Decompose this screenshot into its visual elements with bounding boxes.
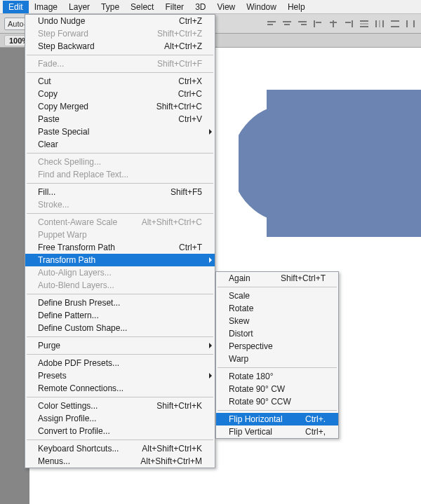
menu-item-label: Transform Path	[38, 255, 95, 265]
menubar-item-view[interactable]: View	[211, 1, 241, 13]
menu-item-label: Remote Connections...	[38, 383, 123, 393]
menu-item-shortcut: Ctrl+,	[305, 427, 326, 437]
edit-menu-item-define-pattern[interactable]: Define Pattern...	[25, 309, 215, 322]
menubar-item-select[interactable]: Select	[125, 1, 159, 13]
menubar-item-help[interactable]: Help	[282, 1, 311, 13]
edit-menu-item-paste-special[interactable]: Paste Special	[25, 125, 215, 138]
menubar-item-image[interactable]: Image	[29, 1, 63, 13]
align-icon[interactable]	[312, 18, 324, 29]
align-icon[interactable]	[296, 18, 309, 29]
menu-item-shortcut: Shift+Ctrl+F	[157, 59, 202, 69]
menu-item-label: Presets	[38, 371, 67, 381]
edit-menu-item-clear[interactable]: Clear	[25, 138, 215, 151]
chevron-right-icon	[209, 343, 212, 348]
transform-menu-item-rotate-90-ccw[interactable]: Rotate 90° CCW	[216, 395, 338, 408]
edit-menu-item-transform-path[interactable]: Transform Path	[25, 254, 215, 266]
edit-menu-item-auto-align-layers: Auto-Align Layers...	[25, 266, 215, 279]
svg-rect-17	[379, 20, 380, 27]
menu-item-shortcut: Alt+Ctrl+Z	[164, 41, 202, 51]
transform-menu-item-rotate[interactable]: Rotate	[216, 302, 338, 315]
menu-item-shortcut: Alt+Shift+Ctrl+M	[140, 456, 202, 466]
edit-menu-item-color-settings[interactable]: Color Settings...Shift+Ctrl+K	[25, 400, 215, 412]
edit-menu-item-menus[interactable]: Menus...Alt+Shift+Ctrl+M	[25, 455, 215, 468]
edit-menu-item-free-transform-path[interactable]: Free Transform PathCtrl+T	[25, 241, 215, 254]
svg-rect-11	[345, 22, 351, 23]
edit-menu-item-auto-blend-layers: Auto-Blend Layers...	[25, 279, 215, 292]
menu-item-label: Purge	[38, 341, 60, 350]
menu-item-shortcut: Ctrl+T	[179, 243, 202, 252]
svg-rect-14	[360, 23, 368, 25]
menu-item-shortcut: Alt+Shift+Ctrl+C	[142, 217, 202, 227]
svg-rect-8	[333, 20, 334, 27]
transform-menu-item-perspective[interactable]: Perspective	[216, 340, 338, 353]
distribute-icon[interactable]	[389, 18, 401, 29]
svg-rect-20	[406, 20, 408, 27]
transform-menu-item-skew[interactable]: Skew	[216, 315, 338, 327]
distribute-icon[interactable]	[404, 18, 417, 29]
menu-item-label: Check Spelling...	[38, 157, 101, 167]
edit-menu-separator	[27, 153, 213, 154]
menu-item-shortcut: Shift+Ctrl+K	[156, 401, 202, 411]
chevron-right-icon	[209, 129, 212, 135]
transform-menu-item-flip-vertical[interactable]: Flip VerticalCtrl+,	[216, 425, 338, 438]
menu-item-label: Rotate 90° CW	[229, 384, 285, 394]
edit-menu-item-remote-connections[interactable]: Remote Connections...	[25, 382, 215, 395]
menubar-item-window[interactable]: Window	[241, 1, 282, 13]
menu-item-label: Rotate 90° CCW	[229, 397, 291, 407]
edit-menu-item-keyboard-shortcuts[interactable]: Keyboard Shortcuts...Alt+Shift+Ctrl+K	[25, 442, 215, 455]
menu-item-label: Step Forward	[38, 29, 88, 39]
transform-menu-item-again[interactable]: AgainShift+Ctrl+T	[216, 272, 338, 285]
svg-rect-9	[330, 22, 337, 23]
menubar-item-3d[interactable]: 3D	[189, 1, 211, 13]
menu-item-label: Again	[229, 273, 250, 283]
svg-rect-5	[301, 24, 307, 25]
menu-item-label: Puppet Warp	[38, 230, 87, 240]
align-icon[interactable]	[327, 18, 340, 29]
edit-menu-item-copy[interactable]: CopyCtrl+C	[25, 88, 215, 100]
menubar-item-filter[interactable]: Filter	[159, 1, 189, 13]
svg-rect-4	[298, 21, 307, 22]
transform-menu-separator	[218, 410, 337, 411]
align-icon[interactable]	[265, 18, 278, 29]
edit-menu-item-assign-profile[interactable]: Assign Profile...	[25, 412, 215, 425]
edit-menu-item-undo-nudge[interactable]: Undo NudgeCtrl+Z	[25, 15, 215, 27]
menu-item-label: Perspective	[229, 341, 273, 351]
transform-path-submenu[interactable]: AgainShift+Ctrl+TScaleRotateSkewDistortP…	[215, 271, 339, 439]
edit-menu-item-fill[interactable]: Fill...Shift+F5	[25, 186, 215, 198]
edit-menu-separator	[27, 183, 213, 184]
menu-item-label: Auto-Align Layers...	[38, 268, 112, 278]
transform-menu-item-flip-horizontal[interactable]: Flip HorizontalCtrl+.	[216, 413, 338, 425]
menubar-item-layer[interactable]: Layer	[63, 1, 95, 13]
edit-menu-item-adobe-pdf-presets[interactable]: Adobe PDF Presets...	[25, 357, 215, 369]
menu-item-label: Auto-Blend Layers...	[38, 280, 114, 290]
align-icon[interactable]	[342, 18, 355, 29]
transform-menu-item-scale[interactable]: Scale	[216, 290, 338, 302]
edit-menu-item-define-custom-shape[interactable]: Define Custom Shape...	[25, 322, 215, 334]
transform-menu-item-distort[interactable]: Distort	[216, 327, 338, 340]
menubar-item-type[interactable]: Type	[95, 1, 125, 13]
edit-menu-item-paste[interactable]: PasteCtrl+V	[25, 113, 215, 125]
menu-item-label: Define Pattern...	[38, 311, 99, 320]
edit-menu-item-purge[interactable]: Purge	[25, 339, 215, 352]
svg-rect-13	[360, 26, 368, 27]
distribute-icon[interactable]	[358, 18, 370, 29]
transform-menu-item-rotate-180[interactable]: Rotate 180°	[216, 370, 338, 383]
menu-item-label: Paste Special	[38, 127, 89, 137]
distribute-icon[interactable]	[373, 18, 386, 29]
edit-menu-item-cut[interactable]: CutCtrl+X	[25, 75, 215, 88]
chevron-right-icon	[209, 373, 212, 379]
edit-menu-item-step-backward[interactable]: Step BackwardAlt+Ctrl+Z	[25, 40, 215, 53]
vector-shape[interactable]	[239, 90, 421, 237]
edit-menu-item-convert-to-profile[interactable]: Convert to Profile...	[25, 425, 215, 437]
menu-item-label: Fill...	[38, 187, 55, 197]
transform-menu-item-rotate-90-cw[interactable]: Rotate 90° CW	[216, 383, 338, 395]
align-icon[interactable]	[281, 18, 293, 29]
edit-menu-item-define-brush-preset[interactable]: Define Brush Preset...	[25, 297, 215, 309]
edit-menu-item-copy-merged[interactable]: Copy MergedShift+Ctrl+C	[25, 100, 215, 113]
menubar-item-edit[interactable]: Edit	[3, 1, 29, 13]
edit-menu[interactable]: Undo NudgeCtrl+ZStep ForwardShift+Ctrl+Z…	[25, 14, 215, 468]
edit-menu-item-presets[interactable]: Presets	[25, 369, 215, 382]
transform-menu-item-warp[interactable]: Warp	[216, 353, 338, 365]
chevron-right-icon	[209, 257, 212, 263]
svg-rect-0	[267, 21, 276, 22]
